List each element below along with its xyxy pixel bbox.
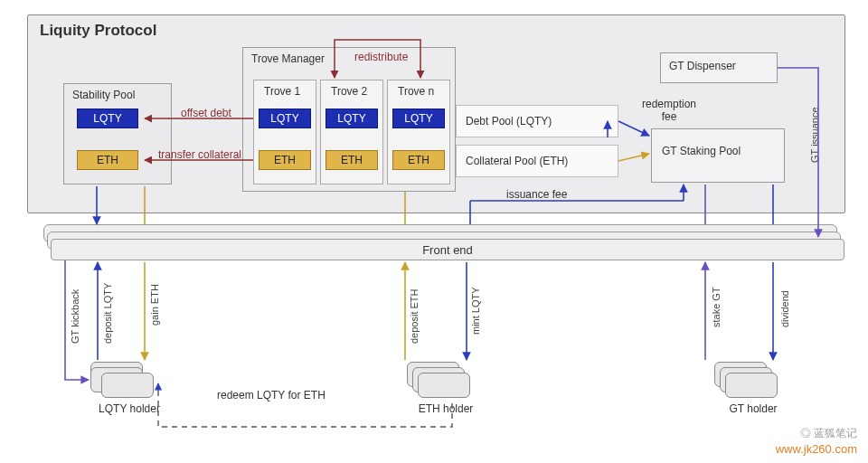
trove-n-label: Trove n [398, 85, 434, 98]
v-stake-gt: stake GT [711, 287, 722, 327]
debt-pool-label: Debt Pool (LQTY) [466, 115, 552, 128]
edge-redistribute: redistribute [354, 51, 408, 63]
t1-eth: ETH [259, 150, 311, 170]
t1-lqty: LQTY [259, 109, 311, 128]
lqty-holder-label: LQTY holder [89, 402, 170, 415]
sp-eth-chip: ETH [77, 150, 138, 170]
stability-pool-title: Stability Pool [72, 89, 135, 101]
gt-dispenser-label: GT Dispenser [669, 60, 736, 72]
v-deposit-lqty: deposit LQTY [102, 283, 113, 344]
frontend-label: Front end [422, 243, 473, 257]
t2-lqty: LQTY [326, 109, 378, 128]
v-deposit-eth: deposit ETH [409, 288, 420, 344]
v-mint-lqty: mint LQTY [470, 287, 481, 335]
t2-eth: ETH [326, 150, 378, 170]
edge-transfer-collateral: transfer collateral [158, 148, 241, 161]
trove-manager-title: Trove Manager [251, 52, 325, 65]
v-dividend: dividend [779, 290, 790, 327]
tn-eth: ETH [392, 150, 445, 170]
debt-pool: Debt Pool (LQTY) [456, 105, 618, 137]
gt-holder-label: GT holder [712, 402, 794, 415]
sp-lqty-chip: LQTY [77, 109, 138, 128]
collateral-pool-label: Collateral Pool (ETH) [466, 155, 568, 167]
trove-2-label: Trove 2 [331, 85, 367, 98]
frontend: Front end [51, 239, 844, 260]
v-gt-kickback: GT kickback [70, 289, 80, 344]
tn-lqty: LQTY [392, 109, 445, 128]
watermark-url: www.jk260.com [776, 442, 857, 456]
trove-1-label: Trove 1 [264, 85, 300, 98]
edge-redemption-fee: redemption fee [633, 98, 705, 124]
edge-issuance-fee: issuance fee [506, 188, 567, 201]
collateral-pool: Collateral Pool (ETH) [456, 145, 618, 177]
edge-redeem: redeem LQTY for ETH [217, 389, 326, 402]
v-gain-eth: gain ETH [149, 284, 160, 326]
edge-gt-issuance: GT issuance [809, 107, 820, 163]
protocol-title: Liquity Protocol [40, 22, 156, 40]
eth-holder-label: ETH holder [405, 402, 486, 415]
edge-offset-debt: offset debt [181, 107, 231, 119]
watermark-cn: ◎ 蓝狐笔记 [800, 426, 857, 441]
gt-staking-pool-label: GT Staking Pool [662, 145, 741, 157]
